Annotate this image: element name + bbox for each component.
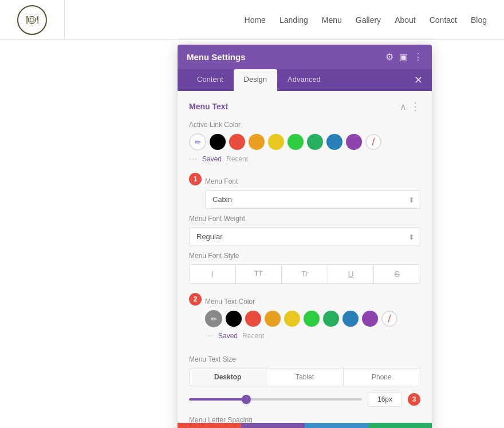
menu-font-weight-select[interactable]: Regular (189, 227, 420, 246)
text-color-blue[interactable] (342, 311, 359, 327)
capitalize-btn[interactable]: Tr (282, 265, 328, 283)
menu-text-size-label: Menu Text Size (189, 355, 420, 363)
text-color-red[interactable] (245, 311, 261, 327)
strikethrough-btn[interactable]: S (374, 265, 420, 283)
panel-header: Menu Settings ⚙ ▣ ⋮ (178, 45, 432, 69)
color-swatch-black[interactable] (210, 134, 226, 150)
text-color-saved-label[interactable]: Saved (218, 332, 238, 340)
text-color-picker-btn[interactable]: ✏ (205, 310, 222, 327)
menu-font-style-label: Menu Font Style (189, 252, 420, 260)
text-size-value[interactable] (368, 392, 402, 407)
nav-menu[interactable]: Menu (322, 15, 342, 25)
color-swatch-purple[interactable] (346, 134, 362, 150)
section-actions: ∧ ⋮ (400, 100, 420, 113)
section-more-icon[interactable]: ⋮ (410, 100, 420, 113)
close-button[interactable]: ✕ (414, 69, 423, 91)
section-title: Menu Text (189, 102, 228, 111)
nav-about[interactable]: About (395, 15, 416, 25)
color-swatch-yellow[interactable] (268, 134, 284, 150)
menu-font-style-row: Menu Font Style I TT Tr U S (189, 252, 420, 284)
menu-letter-spacing-label: Menu Letter Spacing (189, 416, 420, 423)
text-color-orange[interactable] (265, 311, 281, 327)
underline-btn[interactable]: U (328, 265, 375, 283)
page-content: Menu Settings ⚙ ▣ ⋮ Content Design Advan… (0, 40, 504, 428)
text-color-green[interactable] (323, 311, 339, 327)
menu-text-color-swatches: ✏ / (205, 310, 420, 327)
vertical-divider (64, 0, 65, 40)
italic-btn[interactable]: I (190, 265, 236, 283)
uppercase-btn[interactable]: TT (236, 265, 282, 283)
text-color-clear-btn[interactable]: / (381, 311, 397, 327)
menu-font-weight-label: Menu Font Weight (189, 215, 420, 223)
active-link-color-label: Active Link Color (189, 121, 420, 129)
nav-home[interactable]: Home (245, 15, 266, 25)
nav-gallery[interactable]: Gallery (356, 15, 381, 25)
step-badge-2: 2 (189, 293, 202, 306)
tab-content[interactable]: Content (187, 69, 234, 91)
nav-blog[interactable]: Blog (471, 15, 487, 25)
recent-label[interactable]: Recent (226, 155, 248, 163)
logo-area: 🍽 (17, 5, 47, 35)
color-swatch-green[interactable] (307, 134, 323, 150)
saved-label[interactable]: Saved (202, 155, 222, 163)
nav-landing[interactable]: Landing (279, 15, 308, 25)
menu-font-weight-row: Menu Font Weight Regular (189, 215, 420, 246)
menu-font-weight-select-wrapper: Regular (189, 227, 420, 246)
settings-icon[interactable]: ⚙ (385, 51, 393, 62)
active-link-color-row: ✏ / (189, 133, 420, 150)
device-tab-desktop[interactable]: Desktop (190, 368, 266, 386)
panel-title: Menu Settings (187, 52, 246, 62)
tab-advanced[interactable]: Advanced (277, 69, 331, 91)
panel-body: Menu Text ∧ ⋮ Active Link Color ✏ / (178, 91, 432, 423)
cancel-button[interactable]: ✕ (178, 423, 241, 428)
collapse-icon[interactable]: ∧ (400, 101, 407, 112)
more-icon[interactable]: ⋮ (414, 51, 423, 62)
text-size-slider[interactable] (189, 398, 362, 401)
device-tab-phone[interactable]: Phone (344, 368, 420, 386)
menu-font-select[interactable]: Cabin (205, 190, 420, 209)
section-header: Menu Text ∧ ⋮ (189, 100, 420, 113)
text-color-yellow[interactable] (284, 311, 300, 327)
color-clear-btn[interactable]: / (365, 134, 381, 150)
text-color-black[interactable] (226, 311, 242, 327)
menu-font-label: Menu Font (205, 177, 420, 185)
step-badge-1: 1 (189, 173, 202, 185)
text-color-more-icon[interactable]: ··· (205, 330, 214, 342)
menu-letter-spacing-row: Menu Letter Spacing (189, 416, 420, 423)
text-color-purple[interactable] (362, 311, 378, 327)
settings-panel: Menu Settings ⚙ ▣ ⋮ Content Design Advan… (178, 45, 432, 428)
logo-icon: 🍽 (17, 5, 47, 35)
nav-links: Content Home Landing Menu Gallery About … (245, 15, 487, 25)
undo-button[interactable]: ↺ (241, 423, 305, 428)
save-button[interactable]: ✓ (368, 423, 432, 428)
top-nav: 🍽 Content Home Landing Menu Gallery Abou… (0, 0, 504, 40)
text-color-recent-label[interactable]: Recent (242, 332, 264, 340)
color-swatch-orange[interactable] (249, 134, 265, 150)
device-tabs: Desktop Tablet Phone (189, 368, 420, 386)
color-swatch-lightgreen[interactable] (288, 134, 304, 150)
more-colors-icon[interactable]: ··· (189, 153, 198, 165)
menu-text-size-row: Menu Text Size Desktop Tablet Phone 3 (189, 350, 420, 410)
color-picker-btn[interactable]: ✏ (189, 133, 206, 150)
tab-design[interactable]: Design (234, 69, 277, 91)
panel-header-icons: ⚙ ▣ ⋮ (385, 51, 423, 62)
device-tab-tablet[interactable]: Tablet (266, 368, 343, 386)
tab-bar: Content Design Advanced ✕ (178, 69, 432, 91)
step-badge-3: 3 (408, 393, 420, 406)
action-bar: ✕ ↺ ↻ ✓ (178, 423, 432, 428)
color-swatch-red[interactable] (229, 134, 245, 150)
menu-font-row: 1 Menu Font Cabin (189, 172, 420, 209)
menu-font-select-wrapper: Cabin (205, 190, 420, 209)
redo-button[interactable]: ↻ (305, 423, 368, 428)
color-swatch-blue[interactable] (326, 134, 342, 150)
nav-contact[interactable]: Contact (430, 15, 457, 25)
layout-icon[interactable]: ▣ (399, 51, 408, 62)
menu-text-color-row: 2 Menu Text Color ✏ / (189, 292, 420, 342)
font-style-buttons: I TT Tr U S (189, 264, 420, 284)
text-color-lightgreen[interactable] (304, 311, 320, 327)
menu-text-color-label: Menu Text Color (205, 298, 420, 306)
text-size-slider-row: 3 (189, 392, 420, 407)
